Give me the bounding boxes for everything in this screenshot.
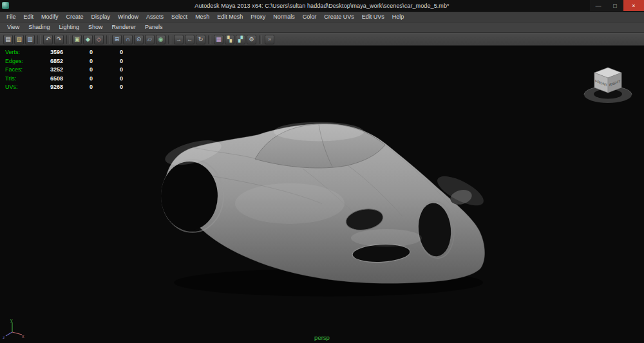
minimize-button[interactable]: —: [590, 0, 607, 11]
menu-color[interactable]: Color: [299, 12, 321, 22]
snap-to-curve-icon[interactable]: ∩: [123, 35, 133, 44]
menu-display[interactable]: Display: [88, 12, 115, 22]
axis-z-label: z: [3, 335, 5, 340]
share-icon[interactable]: »: [265, 35, 274, 44]
close-button[interactable]: ×: [623, 0, 644, 11]
hud-label-edges: Edges:: [5, 57, 46, 66]
status-line-toolbar: ▤▨▥↶↷▣◆◇⊞∩⊙▱◉→←↻▦▚▞⚙»: [0, 33, 644, 46]
new-scene-icon[interactable]: ▤: [3, 35, 13, 44]
door-highlight: [235, 183, 345, 224]
panel-menu-lighting[interactable]: Lighting: [54, 23, 84, 32]
construction-history-icon[interactable]: ↻: [196, 35, 205, 44]
menu-proxy[interactable]: Proxy: [247, 12, 269, 22]
menu-file[interactable]: File: [3, 12, 20, 22]
hud-row-faces: Faces: 3252 0 0: [5, 66, 123, 75]
hud-value: 0: [63, 57, 93, 66]
toolbar-separator: [106, 35, 109, 44]
hud-row-verts: Verts: 3596 0 0: [5, 48, 123, 57]
hud-value: 0: [93, 48, 123, 57]
hud-value: 9268: [46, 83, 63, 92]
menu-create-uvs[interactable]: Create UVs: [320, 12, 358, 22]
toolbar-separator: [66, 35, 70, 44]
hud-value: 0: [93, 66, 123, 75]
hud-value: 6852: [46, 57, 63, 66]
hud-label-faces: Faces:: [5, 66, 46, 75]
maya-logo-icon: [2, 2, 9, 9]
snap-to-point-icon[interactable]: ⊙: [134, 35, 144, 44]
undo-icon[interactable]: ↶: [43, 35, 53, 44]
open-scene-icon[interactable]: ▨: [14, 35, 24, 44]
output-connections-icon[interactable]: ←: [185, 35, 194, 44]
render-current-frame-icon[interactable]: ▚: [225, 35, 234, 44]
maya-window: Autodesk Maya 2013 x64: C:\Users\sultan …: [0, 0, 644, 343]
rear-wheel-arch: [161, 162, 218, 230]
menu-assets[interactable]: Assets: [142, 12, 167, 22]
hud-value: 0: [63, 66, 93, 75]
hud-row-tris: Tris: 6508 0 0: [5, 75, 123, 84]
hud-label-uvs: UVs:: [5, 83, 46, 92]
snap-to-plane-icon[interactable]: ▱: [145, 35, 155, 44]
axis-z-line: [6, 332, 12, 336]
hud-value: 0: [63, 75, 93, 84]
hud-label-verts: Verts:: [5, 48, 46, 57]
toolbar-separator: [168, 35, 171, 44]
perspective-viewport[interactable]: Verts: 3596 0 0 Edges: 6852 0 0 Faces: 3…: [0, 46, 644, 343]
view-cube[interactable]: FRONT RIGHT: [578, 57, 638, 110]
hud-value: 0: [93, 83, 123, 92]
panel-menu-bar: ViewShadingLightingShowRendererPanels: [0, 23, 644, 33]
poly-count-hud: Verts: 3596 0 0 Edges: 6852 0 0 Faces: 3…: [5, 48, 123, 92]
maximize-button[interactable]: □: [607, 0, 623, 11]
hud-value: 0: [93, 75, 123, 84]
hud-label-tris: Tris:: [5, 75, 46, 84]
menu-modify[interactable]: Modify: [37, 12, 62, 22]
menu-create[interactable]: Create: [62, 12, 88, 22]
hud-row-uvs: UVs: 9268 0 0: [5, 83, 123, 92]
title-bar: Autodesk Maya 2013 x64: C:\Users\sultan …: [0, 0, 644, 12]
menu-help[interactable]: Help: [388, 12, 408, 22]
toolbar-separator: [37, 35, 41, 44]
open-render-view-icon[interactable]: ▦: [214, 35, 223, 44]
hud-value: 3596: [46, 48, 63, 57]
menu-edit-mesh[interactable]: Edit Mesh: [213, 12, 247, 22]
panel-menu-view[interactable]: View: [3, 23, 24, 32]
roof-highlight: [274, 122, 364, 142]
menu-select[interactable]: Select: [167, 12, 191, 22]
hud-value: 0: [93, 57, 123, 66]
axis-y-label: y: [10, 318, 13, 323]
menu-normals[interactable]: Normals: [269, 12, 299, 22]
panel-menu-shading[interactable]: Shading: [24, 23, 54, 32]
main-menu-bar: FileEditModifyCreateDisplayWindowAssetsS…: [0, 12, 644, 23]
toolbar-separator: [259, 35, 262, 44]
hud-row-edges: Edges: 6852 0 0: [5, 57, 123, 66]
panel-menu-renderer[interactable]: Renderer: [107, 23, 140, 32]
hud-value: 0: [63, 83, 93, 92]
redo-icon[interactable]: ↷: [54, 35, 64, 44]
axis-x-line: [12, 332, 22, 335]
menu-window[interactable]: Window: [114, 12, 142, 22]
axis-gizmo: y x z: [3, 317, 26, 340]
window-title: Autodesk Maya 2013 x64: C:\Users\sultan …: [194, 3, 449, 9]
select-by-object-icon[interactable]: ◆: [83, 35, 93, 44]
make-live-icon[interactable]: ◉: [156, 35, 166, 44]
save-scene-icon[interactable]: ▥: [25, 35, 35, 44]
menu-edit-uvs[interactable]: Edit UVs: [358, 12, 388, 22]
input-connections-icon[interactable]: →: [174, 35, 184, 44]
panel-menu-panels[interactable]: Panels: [140, 23, 167, 32]
select-by-hierarchy-icon[interactable]: ▣: [72, 35, 82, 44]
axis-x-label: x: [22, 334, 24, 338]
window-controls: — □ ×: [590, 0, 644, 11]
render-settings-icon[interactable]: ⚙: [247, 35, 256, 44]
bumper-highlight: [351, 229, 422, 247]
menu-mesh[interactable]: Mesh: [191, 12, 213, 22]
ipr-render-icon[interactable]: ▞: [236, 35, 245, 44]
panel-menu-show[interactable]: Show: [84, 23, 108, 32]
select-by-component-icon[interactable]: ◇: [94, 35, 104, 44]
snap-to-grid-icon[interactable]: ⊞: [112, 35, 122, 44]
toolbar-separator: [208, 35, 211, 44]
hud-value: 0: [63, 48, 93, 57]
hud-value: 3252: [46, 66, 63, 75]
menu-edit[interactable]: Edit: [20, 12, 38, 22]
camera-label: persp: [314, 334, 330, 341]
hud-value: 6508: [46, 75, 63, 84]
